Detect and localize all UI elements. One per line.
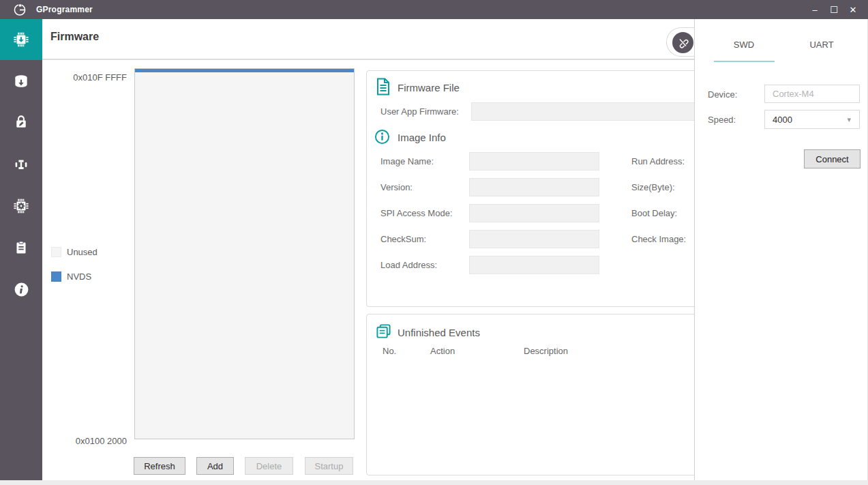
sidebar-item-efuse[interactable] [0,144,42,185]
legend-item-unused: Unused [51,247,98,257]
legend-label-unused: Unused [67,247,98,257]
close-button[interactable]: ✕ [843,0,863,19]
unfinished-events-card: Unfinished Events No. Action Description [366,314,694,475]
sidebar-item-chip-config[interactable] [0,186,42,226]
image-name-label: Image Name: [380,156,434,166]
events-column-no: No. [383,346,396,356]
legend-swatch-unused [51,247,61,257]
connection-status-capsule [666,27,694,57]
window-bottom-strip [0,480,868,485]
sidebar-item-device-log[interactable] [0,227,42,268]
image-info-icon [374,129,390,145]
flash-download-icon [12,73,30,91]
legend-swatch-nvds [51,271,61,282]
speed-label: Speed: [708,115,736,125]
firmware-page: 0x010F FFFF 0x0100 2000 Unused NVDS Refr… [42,60,694,480]
image-name-input[interactable] [469,152,599,171]
minimize-button[interactable]: – [805,0,824,19]
connection-panel: SWD UART Device: Speed: 4000 ▾ Connect [694,19,868,480]
sidebar-item-about[interactable] [0,269,42,310]
about-info-icon [13,281,30,298]
events-column-action: Action [430,346,455,356]
connection-toggle-button[interactable] [672,32,693,53]
legend-item-nvds: NVDS [51,271,91,282]
size-byte-label: Size(Byte): [631,182,675,192]
sidebar [0,19,42,480]
gprogrammer-window: GProgrammer – ☐ ✕ [0,0,868,485]
sidebar-item-firmware[interactable] [0,19,42,60]
version-input[interactable] [469,178,599,196]
memory-region-unused [135,72,354,439]
link-disconnected-icon [677,37,689,48]
efuse-icon [12,156,30,173]
tab-swd[interactable]: SWD [714,40,774,50]
window-controls: – ☐ ✕ [805,0,863,19]
events-column-description: Description [524,346,568,356]
add-button[interactable]: Add [196,457,234,475]
sidebar-item-encrypt-sign[interactable] [0,102,42,143]
user-app-firmware-label: User App Firmware: [380,106,459,117]
connect-button[interactable]: Connect [804,149,860,168]
load-address-label: Load Address: [380,260,437,270]
version-label: Version: [380,182,413,192]
titlebar: GProgrammer – ☐ ✕ [0,0,868,19]
spi-access-mode-label: SPI Access Mode: [380,208,453,218]
unfinished-events-title: Unfinished Events [398,327,480,338]
unfinished-events-icon [376,323,391,339]
device-log-clipboard-icon [13,239,29,256]
checksum-input[interactable] [469,230,599,248]
active-tab-underline [714,61,775,62]
memory-bottom-address: 0x0100 2000 [42,436,127,446]
sidebar-item-flash[interactable] [0,61,42,102]
speed-select[interactable]: 4000 ▾ [764,110,860,129]
run-address-label: Run Address: [631,156,685,166]
maximize-button[interactable]: ☐ [824,0,843,19]
firmware-file-card: Firmware File User App Firmware: Image I… [366,70,694,307]
chip-gear-icon [12,196,31,216]
startup-button[interactable]: Startup [305,457,353,475]
memory-map-regions [135,69,354,439]
device-label: Device: [708,89,737,100]
app-title: GProgrammer [36,5,93,14]
delete-button[interactable]: Delete [245,457,293,475]
device-input [764,85,860,103]
chevron-down-icon: ▾ [847,115,851,124]
image-info-title: Image Info [398,132,446,143]
chip-download-icon [12,30,31,49]
page-title: Firmware [50,31,99,43]
firmware-file-title: Firmware File [398,82,460,93]
load-address-input[interactable] [469,256,599,274]
tab-uart[interactable]: UART [792,40,852,50]
memory-map[interactable] [134,68,355,439]
user-app-firmware-input[interactable] [471,102,694,121]
spi-access-mode-input[interactable] [469,204,599,222]
legend-label-nvds: NVDS [67,271,91,282]
boot-delay-label: Boot Delay: [631,208,677,218]
memory-top-address: 0x010F FFFF [42,72,127,83]
page-header: Firmware [42,19,694,60]
lock-pencil-icon [12,113,30,131]
speed-value: 4000 [773,115,792,125]
check-image-label: Check Image: [631,234,686,244]
checksum-label: CheckSum: [380,234,426,244]
firmware-file-icon [376,78,391,95]
goodix-logo-icon [13,3,27,16]
refresh-button[interactable]: Refresh [134,457,185,475]
